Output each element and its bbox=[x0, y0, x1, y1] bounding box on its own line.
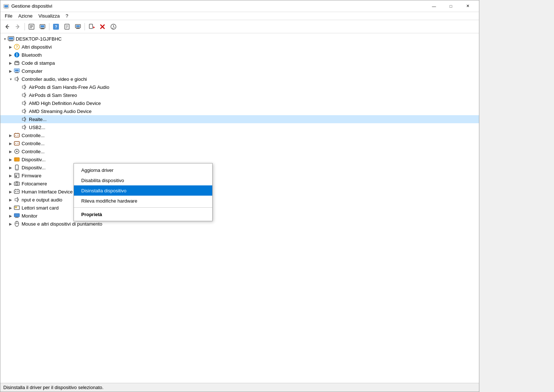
tree-root[interactable]: ▾ DESKTOP-1GJFBHC bbox=[0, 35, 479, 43]
tree-item-disp1[interactable]: ▶ Dispositiv... bbox=[0, 155, 479, 163]
tree-item-amd-streaming[interactable]: ▶ AMD Streaming Audio Device bbox=[0, 107, 479, 115]
ctrl1-expand[interactable]: ▶ bbox=[8, 132, 14, 138]
context-menu-uninstall[interactable]: Disinstalla dispositivo bbox=[74, 185, 212, 196]
computer-button[interactable] bbox=[73, 22, 83, 32]
tree-item-airpods-hf[interactable]: ▶ AirPods di Sam Hands-Free AG Audio bbox=[0, 83, 479, 91]
stampa-icon bbox=[14, 60, 20, 66]
menu-help[interactable]: ? bbox=[63, 12, 71, 19]
amd-streaming-icon bbox=[21, 108, 27, 114]
bluetooth-icon: ᛒ bbox=[14, 52, 20, 58]
svg-rect-56 bbox=[14, 142, 19, 145]
tree-item-computer[interactable]: ▶ Computer bbox=[0, 67, 479, 75]
root-expand-icon[interactable]: ▾ bbox=[2, 36, 8, 42]
tree-item-monitor[interactable]: ▶ Monitor bbox=[0, 212, 479, 220]
window-title: Gestione dispositivi bbox=[11, 3, 426, 9]
fotocamere-label: Fotocamere bbox=[22, 181, 47, 186]
disp2-expand[interactable]: ▶ bbox=[8, 165, 14, 170]
airpods-hf-icon bbox=[21, 84, 27, 90]
tree-item-ctrl3[interactable]: ▶ Controlle... bbox=[0, 147, 479, 155]
audio-controller-label: Controller audio, video e giochi bbox=[22, 76, 87, 82]
svg-rect-64 bbox=[16, 169, 18, 169]
tree-item-ctrl2[interactable]: ▶ Controlle... bbox=[0, 139, 479, 147]
audio-expand-icon[interactable]: ▾ bbox=[8, 76, 14, 82]
hid-icon bbox=[14, 188, 20, 195]
bluetooth-label: Bluetooth bbox=[22, 52, 42, 58]
tree-item-audio-controller[interactable]: ▾ Controller audio, video e giochi bbox=[0, 75, 479, 83]
context-menu: Aggiorna driver Disabilita dispositivo D… bbox=[74, 163, 213, 221]
mouse-expand[interactable]: ▶ bbox=[8, 221, 14, 227]
tree-item-smartcard[interactable]: ▶ Lettori smart card bbox=[0, 204, 479, 212]
tree-item-firmware[interactable]: ▶ Firmware bbox=[0, 172, 479, 180]
svg-rect-9 bbox=[41, 25, 44, 27]
context-menu-scan[interactable]: Rileva modifiche hardware bbox=[74, 196, 212, 206]
tree-item-ctrl1[interactable]: ▶ Controlle... bbox=[0, 131, 479, 139]
usb-label: USB2... bbox=[29, 125, 45, 130]
maximize-button[interactable]: □ bbox=[442, 0, 459, 12]
menu-view[interactable]: Visualizza bbox=[35, 12, 63, 19]
audio-io-expand[interactable]: ▶ bbox=[8, 197, 14, 203]
minimize-button[interactable]: — bbox=[426, 0, 442, 12]
ctrl2-expand[interactable]: ▶ bbox=[8, 140, 14, 146]
monitor-icon bbox=[14, 212, 20, 219]
tree-item-usb[interactable]: ▶ USB2... bbox=[0, 123, 479, 131]
svg-marker-50 bbox=[22, 125, 25, 129]
svg-rect-38 bbox=[15, 63, 18, 64]
back-button[interactable] bbox=[2, 22, 12, 32]
audio-io-icon bbox=[14, 196, 20, 203]
smartcard-expand[interactable]: ▶ bbox=[8, 205, 14, 211]
context-menu-properties[interactable]: Proprietà bbox=[74, 209, 212, 219]
update-driver-button[interactable] bbox=[62, 22, 72, 32]
tree-item-stampa[interactable]: ▶ Code di stampa bbox=[0, 59, 479, 67]
svg-marker-49 bbox=[22, 117, 25, 121]
tree-view[interactable]: ▾ DESKTOP-1GJFBHC ▶ ? bbox=[0, 33, 479, 383]
audio-icon bbox=[14, 76, 20, 82]
altri-label: Altri dispositivi bbox=[22, 44, 52, 50]
hid-expand[interactable]: ▶ bbox=[8, 189, 14, 195]
svg-rect-70 bbox=[14, 190, 19, 193]
ctrl3-expand[interactable]: ▶ bbox=[8, 148, 14, 154]
forward-button[interactable] bbox=[13, 22, 23, 32]
scan-hardware-button[interactable] bbox=[108, 22, 119, 32]
computer-icon bbox=[14, 68, 20, 74]
tree-item-airpods-stereo[interactable]: ▶ AirPods di Sam Stereo bbox=[0, 91, 479, 99]
svg-text:?: ? bbox=[55, 24, 57, 29]
smartcard-label: Lettori smart card bbox=[22, 205, 59, 211]
tree-item-fotocamere[interactable]: ▶ Fotocamere bbox=[0, 180, 479, 188]
scan-button[interactable] bbox=[37, 22, 48, 32]
context-menu-update-driver[interactable]: Aggiorna driver bbox=[74, 165, 212, 175]
svg-point-53 bbox=[18, 135, 18, 136]
disp1-expand[interactable]: ▶ bbox=[8, 157, 14, 162]
monitor-expand[interactable]: ▶ bbox=[8, 213, 14, 219]
tree-item-mouse[interactable]: ▶ Mouse e altri dispositivi di puntament… bbox=[0, 220, 479, 228]
menu-file[interactable]: File bbox=[2, 12, 15, 19]
computer-expand-icon[interactable]: ▶ bbox=[8, 68, 14, 74]
menu-action[interactable]: Azicne bbox=[15, 12, 35, 19]
firmware-expand[interactable]: ▶ bbox=[8, 173, 14, 178]
toolbar-sep-3 bbox=[85, 23, 85, 30]
bluetooth-expand-icon[interactable]: ▶ bbox=[8, 52, 14, 58]
help-button[interactable]: ? bbox=[51, 22, 61, 32]
uninstall-button[interactable] bbox=[97, 22, 108, 32]
amd-streaming-label: AMD Streaming Audio Device bbox=[29, 109, 91, 114]
stampa-expand-icon[interactable]: ▶ bbox=[8, 60, 14, 66]
computer-label: Computer bbox=[22, 68, 42, 74]
airpods-stereo-icon bbox=[21, 92, 27, 98]
svg-marker-47 bbox=[22, 101, 25, 105]
disable-button[interactable] bbox=[86, 22, 97, 32]
tree-item-audio-io[interactable]: ▶ nput e output audio bbox=[0, 196, 479, 204]
airpods-hf-label: AirPods di Sam Hands-Free AG Audio bbox=[29, 84, 109, 90]
fotocamere-expand[interactable]: ▶ bbox=[8, 181, 14, 186]
svg-point-72 bbox=[18, 191, 19, 192]
tree-item-bluetooth[interactable]: ▶ ᛒ Bluetooth bbox=[0, 51, 479, 59]
close-button[interactable]: ✕ bbox=[459, 0, 476, 12]
context-menu-disable[interactable]: Disabilita dispositivo bbox=[74, 175, 212, 185]
fotocamere-icon bbox=[14, 180, 20, 187]
tree-item-hid[interactable]: ▶ Human Interface Device (HID) bbox=[0, 188, 479, 196]
tree-item-amd-hd[interactable]: ▶ AMD High Definition Audio Device bbox=[0, 99, 479, 107]
stampa-label: Code di stampa bbox=[22, 60, 55, 66]
tree-item-realtek[interactable]: ▶ Realte... bbox=[0, 115, 479, 123]
tree-item-altri[interactable]: ▶ ? Altri dispositivi bbox=[0, 43, 479, 51]
altri-expand-icon[interactable]: ▶ bbox=[8, 44, 14, 50]
tree-item-disp2[interactable]: ▶ Dispositiv... bbox=[0, 163, 479, 172]
properties-button[interactable] bbox=[26, 22, 37, 32]
